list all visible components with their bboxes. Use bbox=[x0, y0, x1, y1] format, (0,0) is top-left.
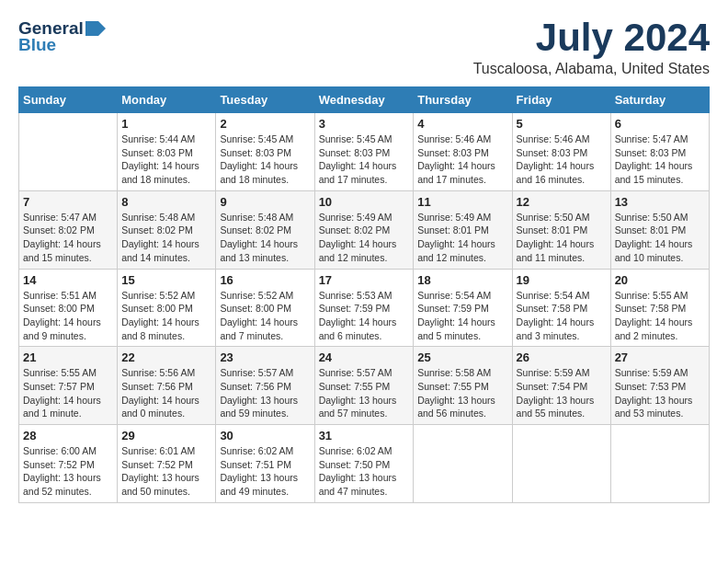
day-number: 29 bbox=[121, 429, 211, 442]
day-content: Sunrise: 5:47 AM Sunset: 8:03 PM Dayligh… bbox=[615, 132, 705, 187]
day-content: Sunrise: 6:01 AM Sunset: 7:52 PM Dayligh… bbox=[121, 444, 211, 499]
day-number: 15 bbox=[121, 273, 211, 287]
calendar-week-row: 7Sunrise: 5:47 AM Sunset: 8:02 PM Daylig… bbox=[19, 190, 710, 269]
title-area: July 2024 Tuscaloosa, Alabama, United St… bbox=[473, 18, 710, 77]
day-number: 10 bbox=[319, 195, 410, 209]
day-number: 9 bbox=[220, 195, 310, 209]
day-content: Sunrise: 5:47 AM Sunset: 8:02 PM Dayligh… bbox=[23, 211, 113, 265]
day-number: 17 bbox=[319, 273, 410, 287]
calendar-cell: 21Sunrise: 5:55 AM Sunset: 7:57 PM Dayli… bbox=[19, 347, 118, 425]
calendar-cell: 18Sunrise: 5:54 AM Sunset: 7:59 PM Dayli… bbox=[414, 269, 512, 347]
calendar-week-row: 14Sunrise: 5:51 AM Sunset: 8:00 PM Dayli… bbox=[19, 269, 710, 347]
day-number: 2 bbox=[220, 117, 310, 131]
day-number: 19 bbox=[517, 273, 607, 287]
day-content: Sunrise: 5:48 AM Sunset: 8:02 PM Dayligh… bbox=[220, 211, 310, 265]
day-number: 25 bbox=[417, 350, 507, 364]
day-content: Sunrise: 5:44 AM Sunset: 8:03 PM Dayligh… bbox=[121, 132, 211, 187]
day-number: 22 bbox=[121, 350, 211, 364]
calendar-cell bbox=[512, 425, 610, 503]
calendar-cell: 26Sunrise: 5:59 AM Sunset: 7:54 PM Dayli… bbox=[512, 347, 610, 425]
calendar-cell: 16Sunrise: 5:52 AM Sunset: 8:00 PM Dayli… bbox=[216, 269, 314, 347]
day-content: Sunrise: 5:49 AM Sunset: 8:01 PM Dayligh… bbox=[417, 211, 507, 265]
day-content: Sunrise: 5:59 AM Sunset: 7:53 PM Dayligh… bbox=[615, 366, 705, 420]
day-number: 20 bbox=[615, 273, 705, 287]
calendar-cell: 15Sunrise: 5:52 AM Sunset: 8:00 PM Dayli… bbox=[118, 269, 216, 347]
day-number: 3 bbox=[319, 117, 410, 131]
calendar-cell: 2Sunrise: 5:45 AM Sunset: 8:03 PM Daylig… bbox=[216, 113, 314, 191]
day-content: Sunrise: 5:59 AM Sunset: 7:54 PM Dayligh… bbox=[517, 366, 607, 420]
day-number: 12 bbox=[517, 195, 607, 209]
day-content: Sunrise: 5:46 AM Sunset: 8:03 PM Dayligh… bbox=[517, 132, 607, 187]
day-number: 26 bbox=[517, 350, 607, 364]
calendar-cell: 13Sunrise: 5:50 AM Sunset: 8:01 PM Dayli… bbox=[610, 190, 709, 269]
calendar-cell: 23Sunrise: 5:57 AM Sunset: 7:56 PM Dayli… bbox=[216, 347, 314, 425]
calendar-week-row: 1Sunrise: 5:44 AM Sunset: 8:03 PM Daylig… bbox=[19, 113, 710, 191]
svg-marker-0 bbox=[85, 21, 106, 36]
day-content: Sunrise: 5:57 AM Sunset: 7:55 PM Dayligh… bbox=[319, 366, 410, 420]
day-number: 7 bbox=[23, 195, 113, 209]
weekday-header-tuesday: Tuesday bbox=[216, 87, 314, 113]
calendar-cell: 20Sunrise: 5:55 AM Sunset: 7:58 PM Dayli… bbox=[610, 269, 709, 347]
calendar-cell: 25Sunrise: 5:58 AM Sunset: 7:55 PM Dayli… bbox=[414, 347, 512, 425]
calendar-week-row: 28Sunrise: 6:00 AM Sunset: 7:52 PM Dayli… bbox=[19, 425, 710, 503]
calendar-cell: 7Sunrise: 5:47 AM Sunset: 8:02 PM Daylig… bbox=[19, 190, 118, 269]
calendar-cell: 11Sunrise: 5:49 AM Sunset: 8:01 PM Dayli… bbox=[414, 190, 512, 269]
day-content: Sunrise: 6:02 AM Sunset: 7:51 PM Dayligh… bbox=[220, 444, 310, 499]
calendar-cell: 30Sunrise: 6:02 AM Sunset: 7:51 PM Dayli… bbox=[216, 425, 314, 503]
day-content: Sunrise: 5:54 AM Sunset: 7:58 PM Dayligh… bbox=[517, 289, 607, 343]
weekday-header-saturday: Saturday bbox=[610, 87, 709, 113]
day-number: 5 bbox=[517, 117, 607, 131]
calendar-week-row: 21Sunrise: 5:55 AM Sunset: 7:57 PM Dayli… bbox=[19, 347, 710, 425]
day-number: 14 bbox=[23, 273, 113, 287]
calendar-table: SundayMondayTuesdayWednesdayThursdayFrid… bbox=[18, 86, 710, 503]
calendar-cell: 24Sunrise: 5:57 AM Sunset: 7:55 PM Dayli… bbox=[314, 347, 414, 425]
day-content: Sunrise: 6:00 AM Sunset: 7:52 PM Dayligh… bbox=[23, 444, 113, 499]
day-content: Sunrise: 5:53 AM Sunset: 7:59 PM Dayligh… bbox=[319, 289, 410, 343]
calendar-cell bbox=[19, 113, 118, 191]
day-content: Sunrise: 5:45 AM Sunset: 8:03 PM Dayligh… bbox=[220, 132, 310, 187]
calendar-cell: 27Sunrise: 5:59 AM Sunset: 7:53 PM Dayli… bbox=[610, 347, 709, 425]
day-number: 30 bbox=[220, 429, 310, 442]
day-content: Sunrise: 5:55 AM Sunset: 7:58 PM Dayligh… bbox=[615, 289, 705, 343]
day-content: Sunrise: 5:58 AM Sunset: 7:55 PM Dayligh… bbox=[417, 366, 507, 420]
logo-blue: Blue bbox=[18, 35, 56, 55]
day-content: Sunrise: 5:50 AM Sunset: 8:01 PM Dayligh… bbox=[615, 211, 705, 265]
day-number: 31 bbox=[319, 429, 410, 442]
calendar-cell: 4Sunrise: 5:46 AM Sunset: 8:03 PM Daylig… bbox=[414, 113, 512, 191]
calendar-cell: 6Sunrise: 5:47 AM Sunset: 8:03 PM Daylig… bbox=[610, 113, 709, 191]
day-content: Sunrise: 5:56 AM Sunset: 7:56 PM Dayligh… bbox=[121, 366, 211, 420]
day-content: Sunrise: 5:48 AM Sunset: 8:02 PM Dayligh… bbox=[121, 211, 211, 265]
day-content: Sunrise: 5:55 AM Sunset: 7:57 PM Dayligh… bbox=[23, 366, 113, 420]
weekday-header-thursday: Thursday bbox=[414, 87, 512, 113]
calendar-cell: 17Sunrise: 5:53 AM Sunset: 7:59 PM Dayli… bbox=[314, 269, 414, 347]
logo-arrow-icon bbox=[85, 21, 106, 36]
day-number: 21 bbox=[23, 350, 113, 364]
day-content: Sunrise: 5:52 AM Sunset: 8:00 PM Dayligh… bbox=[220, 289, 310, 343]
day-number: 23 bbox=[220, 350, 310, 364]
calendar-cell: 22Sunrise: 5:56 AM Sunset: 7:56 PM Dayli… bbox=[118, 347, 216, 425]
calendar-cell: 29Sunrise: 6:01 AM Sunset: 7:52 PM Dayli… bbox=[118, 425, 216, 503]
day-number: 4 bbox=[417, 117, 507, 131]
location-title: Tuscaloosa, Alabama, United States bbox=[473, 61, 710, 77]
day-content: Sunrise: 6:02 AM Sunset: 7:50 PM Dayligh… bbox=[319, 444, 410, 499]
day-number: 18 bbox=[417, 273, 507, 287]
calendar-cell: 8Sunrise: 5:48 AM Sunset: 8:02 PM Daylig… bbox=[118, 190, 216, 269]
day-number: 16 bbox=[220, 273, 310, 287]
calendar-cell: 5Sunrise: 5:46 AM Sunset: 8:03 PM Daylig… bbox=[512, 113, 610, 191]
calendar-cell: 19Sunrise: 5:54 AM Sunset: 7:58 PM Dayli… bbox=[512, 269, 610, 347]
weekday-header-row: SundayMondayTuesdayWednesdayThursdayFrid… bbox=[19, 87, 710, 113]
calendar-cell: 3Sunrise: 5:45 AM Sunset: 8:03 PM Daylig… bbox=[314, 113, 414, 191]
calendar-cell: 1Sunrise: 5:44 AM Sunset: 8:03 PM Daylig… bbox=[118, 113, 216, 191]
day-number: 11 bbox=[417, 195, 507, 209]
weekday-header-wednesday: Wednesday bbox=[314, 87, 414, 113]
day-content: Sunrise: 5:51 AM Sunset: 8:00 PM Dayligh… bbox=[23, 289, 113, 343]
day-content: Sunrise: 5:50 AM Sunset: 8:01 PM Dayligh… bbox=[517, 211, 607, 265]
day-number: 13 bbox=[615, 195, 705, 209]
calendar-cell: 31Sunrise: 6:02 AM Sunset: 7:50 PM Dayli… bbox=[314, 425, 414, 503]
day-number: 1 bbox=[121, 117, 211, 131]
day-number: 28 bbox=[23, 429, 113, 442]
month-title: July 2024 bbox=[473, 18, 710, 57]
day-content: Sunrise: 5:49 AM Sunset: 8:02 PM Dayligh… bbox=[319, 211, 410, 265]
header: General Blue July 2024 Tuscaloosa, Alaba… bbox=[18, 18, 710, 77]
weekday-header-friday: Friday bbox=[512, 87, 610, 113]
